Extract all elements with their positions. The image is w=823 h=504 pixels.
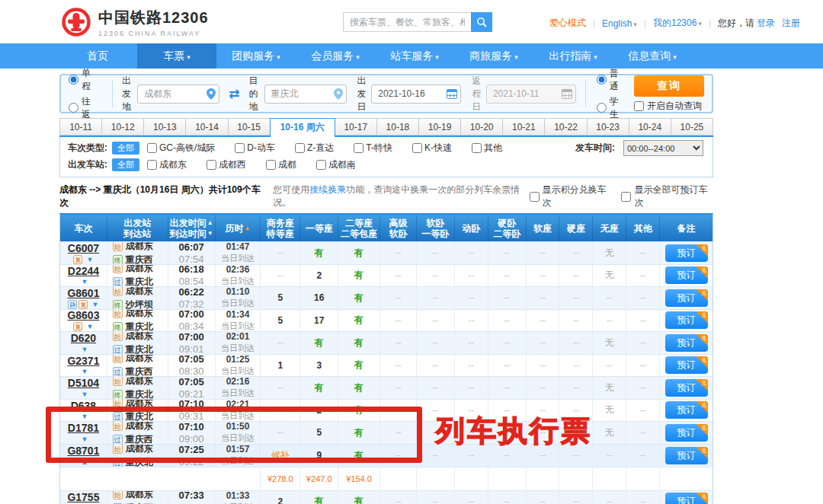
train-type-checkbox-5[interactable]: 其他 xyxy=(472,142,502,155)
date-tab-1[interactable]: 10-12 xyxy=(101,118,144,136)
book-button[interactable]: 预订兑 xyxy=(665,334,708,352)
nav-item-1[interactable]: 车票▾ xyxy=(137,43,216,69)
date-tab-12[interactable]: 10-23 xyxy=(587,118,629,136)
round-trip-radio-input[interactable] xyxy=(69,103,78,113)
date-tab-6[interactable]: 10-17 xyxy=(335,118,377,136)
train-link[interactable]: D620 xyxy=(71,332,96,344)
nav-item-6[interactable]: 出行指南▾ xyxy=(533,43,613,69)
collapse-icon[interactable]: ▲ xyxy=(81,458,88,466)
show-points-checkbox-input[interactable] xyxy=(530,192,540,202)
station-checkbox-2[interactable]: 成都 xyxy=(266,158,296,171)
expand-icon[interactable]: ▼ xyxy=(81,413,88,420)
normal-radio-input[interactable] xyxy=(597,75,607,85)
date-tab-8[interactable]: 10-19 xyxy=(418,118,461,136)
train-type-checkbox-1-input[interactable] xyxy=(235,143,245,153)
date-tab-13[interactable]: 10-24 xyxy=(629,118,671,136)
book-button[interactable]: 预订兑 xyxy=(665,356,708,374)
train-link[interactable]: D638 xyxy=(71,400,96,412)
normal-radio[interactable]: 普通 xyxy=(597,67,623,93)
book-button[interactable]: 预订兑 xyxy=(665,311,708,329)
sort-asc-icon[interactable]: ▲ xyxy=(245,223,251,234)
book-button[interactable]: 预订兑 xyxy=(665,289,708,307)
book-button[interactable]: 预订兑 xyxy=(665,493,708,504)
show-all-bookable-checkbox-input[interactable] xyxy=(621,192,631,202)
logo[interactable]: 中国铁路12306 12306 CHINA RAILWAY xyxy=(61,7,209,37)
date-tab-9[interactable]: 10-20 xyxy=(460,118,503,136)
my12306-link[interactable]: 我的12306▾ xyxy=(653,17,702,30)
auto-query-checkbox-input[interactable] xyxy=(634,101,644,111)
book-button[interactable]: 预订兑 xyxy=(665,424,708,442)
train-type-checkbox-1[interactable]: D-动车 xyxy=(235,142,275,155)
train-type-checkbox-2-input[interactable] xyxy=(295,143,305,153)
book-button[interactable]: 预订兑 xyxy=(665,244,708,262)
student-radio-input[interactable] xyxy=(597,103,607,113)
student-radio[interactable]: 学生 xyxy=(597,95,623,121)
train-type-all-badge[interactable]: 全部 xyxy=(112,142,139,155)
train-type-checkbox-3[interactable]: T-特快 xyxy=(354,142,392,155)
nav-item-4[interactable]: 站车服务▾ xyxy=(375,43,454,69)
one-way-radio[interactable]: 单程 xyxy=(69,67,95,93)
expand-icon[interactable]: ▼ xyxy=(86,323,93,330)
show-all-bookable-checkbox[interactable]: 显示全部可预订车次 xyxy=(621,183,713,209)
date-tab-7[interactable]: 10-18 xyxy=(376,118,419,136)
train-link[interactable]: D5104 xyxy=(68,377,99,389)
station-checkbox-3[interactable]: 成都南 xyxy=(316,158,356,171)
expand-icon[interactable]: ▼ xyxy=(81,346,88,353)
date-tab-2[interactable]: 10-13 xyxy=(143,118,186,136)
station-checkbox-2-input[interactable] xyxy=(266,160,276,170)
expand-icon[interactable]: ▼ xyxy=(86,256,93,263)
search-input[interactable] xyxy=(343,12,471,32)
book-button[interactable]: 预订兑 xyxy=(665,401,708,419)
register-link[interactable]: 注册 xyxy=(782,17,800,30)
nav-item-2[interactable]: 团购服务▾ xyxy=(216,43,296,69)
station-all-badge[interactable]: 全部 xyxy=(112,158,139,171)
expand-icon[interactable]: ▼ xyxy=(81,368,88,375)
search-button[interactable] xyxy=(471,12,492,32)
show-points-checkbox[interactable]: 显示积分兑换车次 xyxy=(530,183,613,209)
station-checkbox-1[interactable]: 成都西 xyxy=(207,158,246,171)
nav-item-7[interactable]: 信息查询▾ xyxy=(613,43,692,69)
nav-item-3[interactable]: 会员服务▾ xyxy=(296,43,375,69)
date-tab-4[interactable]: 10-15 xyxy=(228,118,271,136)
transfer-link[interactable]: 接续换乘 xyxy=(309,184,346,195)
station-checkbox-3-input[interactable] xyxy=(316,160,326,170)
station-checkbox-0[interactable]: 成都东 xyxy=(147,158,187,171)
book-button[interactable]: 预订兑 xyxy=(665,447,708,464)
book-button[interactable]: 预订兑 xyxy=(665,266,708,284)
train-link[interactable]: D1781 xyxy=(68,422,99,434)
station-checkbox-0-input[interactable] xyxy=(147,160,157,170)
one-way-radio-input[interactable] xyxy=(69,75,78,85)
date-tab-5[interactable]: 10-16 周六 xyxy=(270,118,335,137)
date-tab-0[interactable]: 10-11 xyxy=(59,118,102,136)
train-link[interactable]: G8701 xyxy=(67,445,99,457)
train-type-checkbox-2[interactable]: Z-直达 xyxy=(295,142,334,155)
round-trip-radio[interactable]: 往返 xyxy=(69,95,95,121)
nav-item-0[interactable]: 首页 xyxy=(58,43,137,69)
train-type-checkbox-3-input[interactable] xyxy=(354,143,363,153)
sort-desc-icon[interactable]: ▼ xyxy=(207,228,213,239)
depart-time-select[interactable]: 00:00--24:00 xyxy=(623,140,703,156)
station-checkbox-1-input[interactable] xyxy=(207,160,216,170)
train-link[interactable]: G8603 xyxy=(67,309,99,321)
train-type-checkbox-4[interactable]: K-快速 xyxy=(412,142,452,155)
train-link[interactable]: G1755 xyxy=(67,491,99,503)
login-link[interactable]: 登录 xyxy=(757,17,775,30)
train-link[interactable]: G8601 xyxy=(67,287,99,299)
train-type-checkbox-0[interactable]: GC-高铁/城际 xyxy=(147,142,215,155)
query-button[interactable]: 查询 xyxy=(634,75,704,97)
sort-asc-icon[interactable]: ▲ xyxy=(207,218,213,228)
train-link[interactable]: D2244 xyxy=(68,265,99,277)
expand-icon[interactable]: ▼ xyxy=(91,301,98,308)
date-tab-14[interactable]: 10-25 xyxy=(671,118,713,136)
train-type-checkbox-5-input[interactable] xyxy=(472,143,482,153)
book-button[interactable]: 预订兑 xyxy=(665,379,708,397)
date-tab-10[interactable]: 10-21 xyxy=(502,118,545,136)
english-link[interactable]: English▾ xyxy=(602,18,637,29)
train-link[interactable]: C6007 xyxy=(68,242,99,254)
care-mode-link[interactable]: 爱心模式 xyxy=(549,17,586,30)
train-type-checkbox-0-input[interactable] xyxy=(147,143,157,153)
date-tab-11[interactable]: 10-22 xyxy=(544,118,587,136)
train-link[interactable]: G2371 xyxy=(67,355,99,367)
train-type-checkbox-4-input[interactable] xyxy=(412,143,422,153)
expand-icon[interactable]: ▼ xyxy=(81,435,88,443)
